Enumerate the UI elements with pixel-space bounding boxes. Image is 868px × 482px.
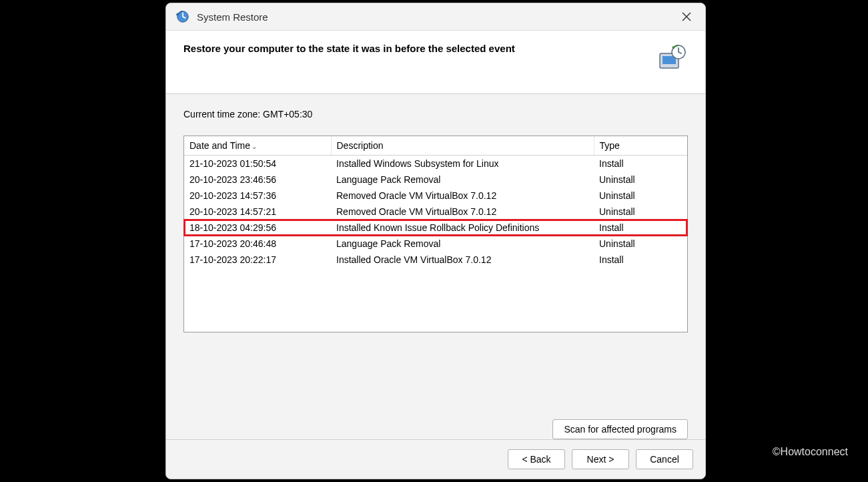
titlebar: System Restore xyxy=(166,3,705,30)
col-header-datetime[interactable]: Date and Time⌄ xyxy=(184,136,331,156)
table-header-row: Date and Time⌄ Description Type xyxy=(184,136,687,156)
sort-indicator-icon: ⌄ xyxy=(252,143,257,150)
cell-description: Language Pack Removal xyxy=(331,236,594,252)
cell-datetime: 20-10-2023 14:57:36 xyxy=(184,188,331,204)
wizard-footer: < Back Next > Cancel xyxy=(166,439,705,479)
next-button[interactable]: Next > xyxy=(572,449,629,469)
system-restore-window: System Restore Restore your computer to … xyxy=(165,3,706,479)
cell-type: Install xyxy=(594,156,687,172)
watermark: ©Howtoconnect xyxy=(773,446,848,458)
close-icon xyxy=(682,12,691,21)
page-heading: Restore your computer to the state it wa… xyxy=(183,43,646,54)
cell-datetime: 17-10-2023 20:22:17 xyxy=(184,252,331,268)
restore-points-table: Date and Time⌄ Description Type 21-10-20… xyxy=(183,136,688,332)
cell-description: Installed Known Issue Rollback Policy De… xyxy=(331,220,594,236)
cell-description: Installed Windows Subsystem for Linux xyxy=(331,156,594,172)
cell-datetime: 21-10-2023 01:50:54 xyxy=(184,156,331,172)
scan-row: Scan for affected programs xyxy=(166,410,705,439)
cell-description: Installed Oracle VM VirtualBox 7.0.12 xyxy=(331,252,594,268)
cell-datetime: 17-10-2023 20:46:48 xyxy=(184,236,331,252)
scan-affected-programs-button[interactable]: Scan for affected programs xyxy=(552,419,688,439)
table-row[interactable]: 18-10-2023 04:29:56Installed Known Issue… xyxy=(184,220,687,236)
cell-description: Removed Oracle VM VirtualBox 7.0.12 xyxy=(331,204,594,220)
table-row[interactable]: 20-10-2023 14:57:21Removed Oracle VM Vir… xyxy=(184,204,687,220)
cell-description: Language Pack Removal xyxy=(331,172,594,188)
cell-type: Uninstall xyxy=(594,236,687,252)
table-row[interactable]: 21-10-2023 01:50:54Installed Windows Sub… xyxy=(184,156,687,172)
table-row[interactable]: 17-10-2023 20:22:17Installed Oracle VM V… xyxy=(184,252,687,268)
table-row-empty xyxy=(184,300,687,316)
timezone-label: Current time zone: GMT+05:30 xyxy=(183,109,688,119)
cell-datetime: 18-10-2023 04:29:56 xyxy=(184,220,331,236)
window-title: System Restore xyxy=(197,11,268,23)
header-band: Restore your computer to the state it wa… xyxy=(166,30,705,94)
system-restore-icon xyxy=(175,9,190,24)
close-button[interactable] xyxy=(673,7,700,27)
cell-type: Uninstall xyxy=(594,188,687,204)
cell-type: Uninstall xyxy=(594,172,687,188)
col-header-description[interactable]: Description xyxy=(331,136,594,156)
table-row[interactable]: 20-10-2023 14:57:36Removed Oracle VM Vir… xyxy=(184,188,687,204)
cell-datetime: 20-10-2023 23:46:56 xyxy=(184,172,331,188)
table-row-empty xyxy=(184,316,687,332)
cell-type: Install xyxy=(594,220,687,236)
table-row-empty xyxy=(184,268,687,284)
cell-description: Removed Oracle VM VirtualBox 7.0.12 xyxy=(331,188,594,204)
content-area: Current time zone: GMT+05:30 Date and Ti… xyxy=(166,94,705,410)
table-row[interactable]: 20-10-2023 23:46:56Language Pack Removal… xyxy=(184,172,687,188)
cancel-button[interactable]: Cancel xyxy=(636,449,693,469)
table-row[interactable]: 17-10-2023 20:46:48Language Pack Removal… xyxy=(184,236,687,252)
cell-type: Install xyxy=(594,252,687,268)
cell-type: Uninstall xyxy=(594,204,687,220)
back-button[interactable]: < Back xyxy=(508,449,565,469)
cell-datetime: 20-10-2023 14:57:21 xyxy=(184,204,331,220)
col-header-type[interactable]: Type xyxy=(594,136,687,156)
system-restore-large-icon xyxy=(656,43,688,75)
table-row-empty xyxy=(184,284,687,300)
